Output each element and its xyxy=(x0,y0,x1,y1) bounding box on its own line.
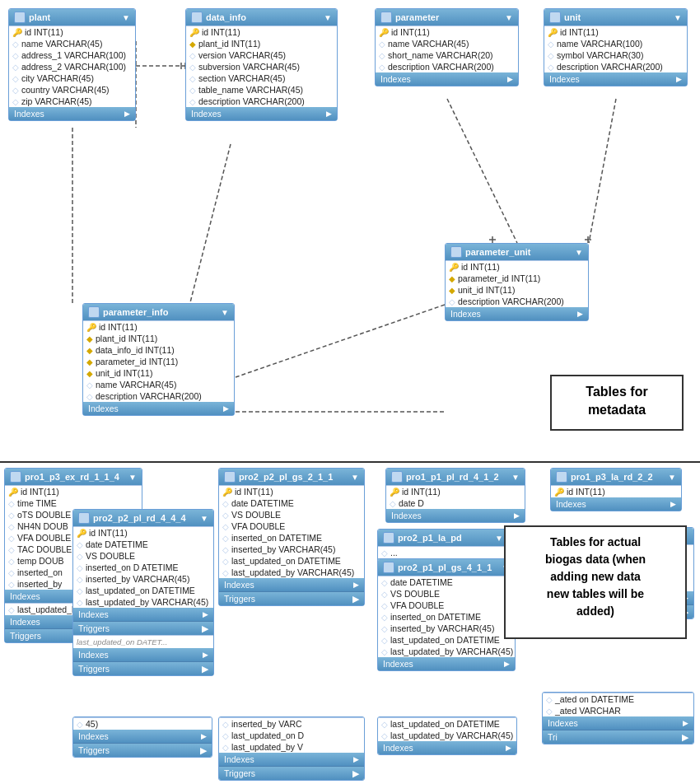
diamond-icon: ◇ xyxy=(222,534,229,543)
table-header-pro2-p2-pl-rd[interactable]: pro2_p2_pl_rd_4_4_4 ▼ xyxy=(73,510,213,526)
diamond-icon: ◇ xyxy=(8,499,15,508)
table-pro2-p2-pl-rd: pro2_p2_pl_rd_4_4_4 ▼ 🔑 id INT(11) ◇ dat… xyxy=(72,509,214,676)
triggers-pro2-p2-pl-rd[interactable]: Triggers ▶ xyxy=(73,621,213,635)
indexes-arrow-unit: ▶ xyxy=(676,75,682,83)
indexes-label-parameter-unit: Indexes xyxy=(450,309,481,319)
fk-icon: ◆ xyxy=(86,357,93,366)
field-pro2p1gs-vfa: ◇ VFA DOUBLE xyxy=(378,600,515,611)
field-pro2p2gsp-upd: ◇ last_updated_on D xyxy=(219,730,364,741)
field-pro2p2gsp-by-varc: ◇ inserted_by VARC xyxy=(219,718,364,730)
indexes-plant[interactable]: Indexes ▶ xyxy=(9,107,135,120)
table-icon-unit xyxy=(549,12,561,23)
field-unit-symbol: ◇ symbol VARCHAR(30) xyxy=(544,49,687,61)
indexes-label-pro1-p1-partial: Indexes xyxy=(383,743,413,753)
table-header-pro1-p3-la-rd[interactable]: pro1_p3_la_rd_2_2 ▼ xyxy=(551,469,681,485)
table-header-pro2-p2-pl-gs[interactable]: pro2_p2_pl_gs_2_1_1 ▼ xyxy=(219,469,364,485)
table-name-pro1-p1-pl-rd: pro1_p1_pl_rd_4_1_2 xyxy=(406,472,499,482)
chevron-parameter[interactable]: ▼ xyxy=(505,13,513,22)
indexes-parameter-unit[interactable]: Indexes ▶ xyxy=(446,307,588,320)
table-header-parameter-info[interactable]: parameter_info ▼ xyxy=(83,304,234,320)
key-icon: 🔑 xyxy=(548,28,558,37)
triggers-label-pro2-p2-pl-rd: Triggers xyxy=(78,623,110,633)
field-pro2p2-ins-on: ◇ inserted_on D ATETIME xyxy=(73,562,213,573)
key-icon: 🔑 xyxy=(222,488,232,497)
annotation-metadata: Tables formetadata xyxy=(550,375,684,431)
indexes-right-partial-bottom[interactable]: Indexes ▶ xyxy=(543,716,693,730)
diamond-icon: ◇ xyxy=(222,499,229,508)
chevron-data-info[interactable]: ▼ xyxy=(324,13,332,22)
table-name-parameter-unit: parameter_unit xyxy=(465,247,530,257)
chevron-plant[interactable]: ▼ xyxy=(122,13,130,22)
table-header-pro2-p1-pl-gs[interactable]: pro2_p1_pl_gs_4_1_1 ▼ xyxy=(378,559,515,576)
triggers-arrow-pro2-p2-pl-gs: ▶ xyxy=(352,594,359,604)
diamond-icon: ◇ xyxy=(222,720,229,729)
table-name-pro1-p3-ex: pro1_p3_ex_rd_1_1_4 xyxy=(25,472,119,482)
field-pro2p2gs-id: 🔑 id INT(11) xyxy=(219,486,364,497)
chevron-parameter-unit[interactable]: ▼ xyxy=(575,248,583,257)
field-rpartial-ated: ◇ _ated on DATETIME xyxy=(543,693,693,705)
key-icon: 🔑 xyxy=(390,488,399,497)
triggers-pro2-p2-pl-gs[interactable]: Triggers ▶ xyxy=(219,591,364,605)
indexes-bottom-partial[interactable]: Indexes ▶ xyxy=(73,730,212,743)
field-param-name: ◇ name VARCHAR(45) xyxy=(376,38,518,49)
table-header-plant[interactable]: plant ▼ xyxy=(9,9,135,26)
diamond-icon: ◇ xyxy=(222,743,229,752)
table-header-unit[interactable]: unit ▼ xyxy=(544,9,687,26)
diamond-icon: ◇ xyxy=(12,86,19,95)
indexes-label-pro2-p2-gs-partial: Indexes xyxy=(224,754,254,764)
triggers-right-partial-bottom[interactable]: Tri ▶ xyxy=(543,730,693,744)
indexes-pro2-p2-pl-gs[interactable]: Indexes ▶ xyxy=(219,578,364,591)
indexes-label-unit: Indexes xyxy=(549,74,580,84)
table-icon-data-info xyxy=(191,12,203,23)
table-header-parameter[interactable]: parameter ▼ xyxy=(376,9,518,26)
table-header-pro1-p3-ex[interactable]: pro1_p3_ex_rd_1_1_4 ▼ xyxy=(5,469,142,485)
chevron-pro2-p2-pl-gs[interactable]: ▼ xyxy=(351,473,359,482)
chevron-pro1-p3-ex[interactable]: ▼ xyxy=(128,473,137,482)
diamond-icon: ◇ xyxy=(381,548,388,558)
triggers-pro2-p2-gs-partial[interactable]: Triggers ▶ xyxy=(219,766,364,780)
field-pro1p3-time: ◇ time TIME xyxy=(5,497,142,509)
svg-line-4 xyxy=(589,99,616,243)
table-header-pro1-p1-pl-rd[interactable]: pro1_p1_pl_rd_4_1_2 ▼ xyxy=(386,469,525,485)
triggers2-pro2-p2-pl-rd[interactable]: Triggers ▶ xyxy=(73,661,213,675)
table-icon-pro2-p1-pl-gs xyxy=(383,562,394,573)
indexes-pro2-p1-pl-gs[interactable]: Indexes ▶ xyxy=(378,657,515,670)
indexes-arrow-data-info: ▶ xyxy=(326,110,332,118)
triggers-bottom-partial[interactable]: Triggers ▶ xyxy=(73,743,212,757)
indexes-arrow-parameter-info: ▶ xyxy=(223,404,229,413)
table-icon-parameter xyxy=(380,12,392,23)
chevron-pro1-p1-pl-rd[interactable]: ▼ xyxy=(511,473,520,482)
field-param-id: 🔑 id INT(11) xyxy=(376,26,518,38)
triggers-label-pro1-p3-ex: Triggers xyxy=(10,631,41,641)
diamond-icon: ◇ xyxy=(77,598,83,607)
chevron-pro2-p1-la-pd[interactable]: ▼ xyxy=(495,534,503,543)
diamond-icon: ◇ xyxy=(189,74,196,83)
key-icon: 🔑 xyxy=(554,488,564,497)
indexes-pro2-p2-pl-rd[interactable]: Indexes ▶ xyxy=(73,608,213,621)
table-header-pro2-p1-la-pd[interactable]: pro2_p1_la_pd ▼ xyxy=(378,530,508,546)
diamond-icon: ◇ xyxy=(381,624,388,633)
table-header-data-info[interactable]: data_info ▼ xyxy=(186,9,337,26)
indexes2-pro2-p2-pl-rd[interactable]: Indexes ▶ xyxy=(73,648,213,661)
chevron-pro1-p3-la-rd[interactable]: ▼ xyxy=(668,473,676,482)
indexes-parameter-info[interactable]: Indexes ▶ xyxy=(83,402,234,415)
indexes-unit[interactable]: Indexes ▶ xyxy=(544,72,687,86)
field-plant-address1: ◇ address_1 VARCHAR(100) xyxy=(9,49,135,61)
table-icon-pro1-p3-ex xyxy=(10,471,21,483)
chevron-pro2-p2-pl-rd[interactable]: ▼ xyxy=(200,514,208,523)
indexes-pro1-p1-partial[interactable]: Indexes ▶ xyxy=(378,741,516,754)
table-parameter: parameter ▼ 🔑 id INT(11) ◇ name VARCHAR(… xyxy=(375,8,519,86)
field-plant-city: ◇ city VARCHAR(45) xyxy=(9,72,135,84)
chevron-parameter-info[interactable]: ▼ xyxy=(221,308,229,317)
indexes-pro1-p1-pl-rd[interactable]: Indexes ▶ xyxy=(386,509,525,522)
table-header-parameter-unit[interactable]: parameter_unit ▼ xyxy=(446,244,588,260)
field-pro2p2gs-vfa: ◇ VFA DOUBLE xyxy=(219,520,364,532)
diamond-icon: ◇ xyxy=(381,613,388,622)
indexes-pro1-p3-la-rd[interactable]: Indexes ▶ xyxy=(551,497,681,511)
indexes-data-info[interactable]: Indexes ▶ xyxy=(186,107,337,120)
indexes2-label-pro1-p3-ex: Indexes xyxy=(10,617,40,627)
chevron-unit[interactable]: ▼ xyxy=(674,13,682,22)
indexes-parameter[interactable]: Indexes ▶ xyxy=(376,72,518,86)
indexes-pro2-p2-gs-partial[interactable]: Indexes ▶ xyxy=(219,753,364,766)
key-icon: 🔑 xyxy=(189,28,199,37)
